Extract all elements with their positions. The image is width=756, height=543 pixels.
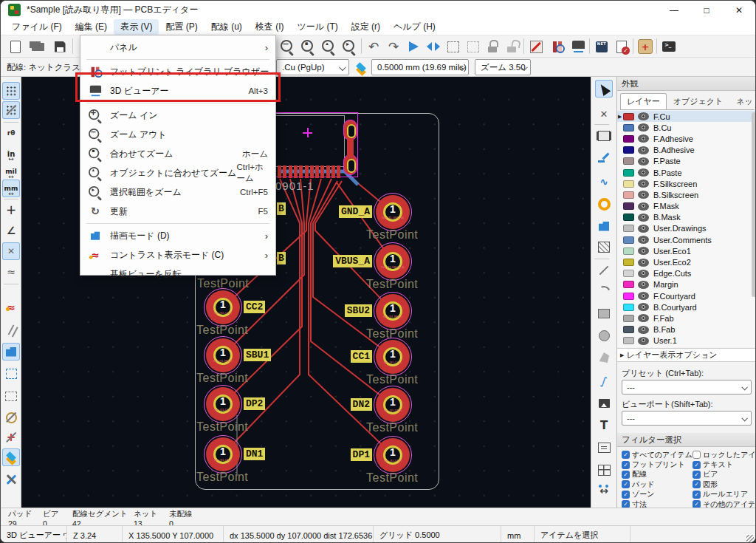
checkbox[interactable]: ✓ [622,491,630,499]
visibility-eye-icon[interactable] [638,247,649,255]
visibility-eye-icon[interactable] [638,168,649,177]
footprint-browser-button[interactable] [548,37,567,56]
place-footprint-button[interactable] [595,127,613,145]
footprint-sketch-button[interactable] [2,387,20,405]
place-text-button[interactable] [595,417,613,434]
draw-rectangle-button[interactable] [595,304,613,322]
testpoint-VBUS_A[interactable]: 1Net-(31-VBUS_A) [374,242,412,281]
testpoint-GND_A[interactable]: 1Net-(31-GND_A) [374,193,412,231]
tab-オブジェクト[interactable]: オブジェクト [667,93,730,109]
menu-inspect[interactable]: 検査 (I) [249,19,291,35]
maximize-button[interactable]: □ [690,1,723,19]
testpoint-DN1[interactable]: 1Net-(31-DN1) [204,435,242,474]
layer-list-scrollbar[interactable] [752,112,756,297]
layer-row-B.Fab[interactable]: B.Fab [617,324,756,335]
layer-row-User.Drawings[interactable]: User.Drawings [617,223,756,234]
layer-row-B.Courtyard[interactable]: B.Courtyard [617,301,756,313]
filter-item[interactable]: ロックしたアイテム [693,450,755,460]
zoom-out-button[interactable]: − [278,37,297,56]
checkbox[interactable]: ✓ [622,451,630,459]
polar-coords-button[interactable] [2,124,20,142]
limit-45-button[interactable] [2,222,20,239]
layer-row-F.Paste[interactable]: F.Paste [617,156,756,167]
layer-row-B.Adhesive[interactable]: B.Adhesive [617,145,756,156]
menu-item-zoom-selection[interactable]: ▸選択範囲をズームCtrl+F5 [80,182,275,202]
connector-pad[interactable] [278,165,281,178]
visibility-eye-icon[interactable] [638,157,649,165]
visibility-eye-icon[interactable] [638,259,649,267]
connector-pad[interactable] [299,165,303,178]
zoom-fit-button[interactable]: ▪ [298,37,317,56]
connector-oval-pad[interactable] [343,120,357,140]
title-bar[interactable]: *Sample [読み取り専用] — PCBエディター — □ ✕ [1,1,755,19]
zoom-select-combo[interactable]: ズーム 3.50 [475,59,531,75]
layer-color-swatch[interactable] [623,146,634,154]
layer-color-swatch[interactable] [623,124,634,132]
visibility-eye-icon[interactable] [638,270,649,278]
layer-row-F.Fab[interactable]: F.Fab [617,313,756,324]
route-tracks-button[interactable] [595,149,613,167]
menu-item-panels[interactable]: パネル› [80,38,275,57]
layer-color-swatch[interactable] [623,135,634,143]
menu-item-flip-board-view[interactable]: 基板ビューを反転 [80,264,275,284]
layer-color-swatch[interactable] [623,259,634,266]
layer-display-options[interactable]: レイヤー表示オプション [617,348,756,362]
rule-area-button[interactable] [595,238,613,256]
layer-row-B.Silkscreen[interactable]: B.Silkscreen [617,189,756,200]
visibility-eye-icon[interactable] [638,214,649,222]
visibility-eye-icon[interactable] [638,180,649,188]
layer-color-swatch[interactable] [623,304,634,311]
connector-pad[interactable] [294,165,298,178]
layer-row-F.Cu[interactable]: ▶F.Cu [617,111,756,122]
redo-button[interactable] [384,37,403,56]
draw-zone-button[interactable] [595,217,613,235]
layer-row-B.Cu[interactable]: B.Cu [617,122,756,133]
layer-row-Edge.Cuts[interactable]: Edge.Cuts [617,268,756,279]
units-mm-button[interactable] [2,180,20,197]
layer-color-swatch[interactable] [623,157,634,165]
menu-edit[interactable]: 編集 (E) [69,19,114,35]
visibility-eye-icon[interactable] [638,236,649,244]
viewport-combo[interactable]: --- [622,411,752,426]
checkbox[interactable]: ✓ [693,471,701,479]
checkbox[interactable]: ✓ [693,461,701,469]
layer-row-B.Mask[interactable]: B.Mask [617,212,756,223]
zoom-selection-button[interactable]: ▸ [340,37,359,56]
connector-oval-pad[interactable] [343,154,357,175]
connector-pad[interactable] [331,165,335,178]
filter-item[interactable]: ✓ビア [693,470,755,479]
resize-grip[interactable] [746,535,754,542]
visibility-eye-icon[interactable] [638,202,649,211]
layer-row-F.Adhesive[interactable]: F.Adhesive [617,133,756,144]
connector-pad[interactable] [315,165,319,178]
filter-item[interactable]: ✓すべてのアイテム [622,450,693,460]
visibility-eye-icon[interactable] [638,112,649,120]
tab-ネット[interactable]: ネット [729,93,756,109]
layer-color-swatch[interactable] [623,225,634,232]
zone-filled-button[interactable] [2,343,20,361]
footprint-editor-button[interactable] [526,37,546,56]
menu-place[interactable]: 配置 (P) [159,19,204,35]
zoom-objects-button[interactable]: ▴ [319,37,338,56]
connector-pad[interactable] [326,165,330,178]
plot-button[interactable] [404,37,423,56]
menu-item-zoom-objects[interactable]: ▴オブジェクトに合わせてズームCtrl+ホーム [80,163,275,182]
save-button[interactable] [50,37,69,56]
units-mils-button[interactable] [2,163,20,180]
pad-sketch-button[interactable] [2,409,20,426]
tune-length-button[interactable] [595,173,613,191]
checkbox[interactable]: ✓ [622,480,630,488]
menu-item-zoom-in[interactable]: +ズーム イン [80,106,275,125]
ratsnest-hide-button[interactable] [2,242,20,260]
visibility-eye-icon[interactable] [638,326,649,334]
menu-file[interactable]: ファイル (F) [5,19,69,35]
layer-color-swatch[interactable] [623,326,634,333]
cursor-full-button[interactable] [2,201,20,219]
layer-row-User.Eco2[interactable]: User.Eco2 [617,256,756,267]
layer-color-swatch[interactable] [623,247,634,255]
filter-item[interactable]: ✓配線 [622,470,693,479]
testpoint-CC2[interactable]: 1Net-(31-CC2) [204,288,242,327]
draw-arc-button[interactable] [595,284,613,301]
net-inspector-button[interactable] [592,37,611,56]
layer-color-swatch[interactable] [623,202,634,210]
